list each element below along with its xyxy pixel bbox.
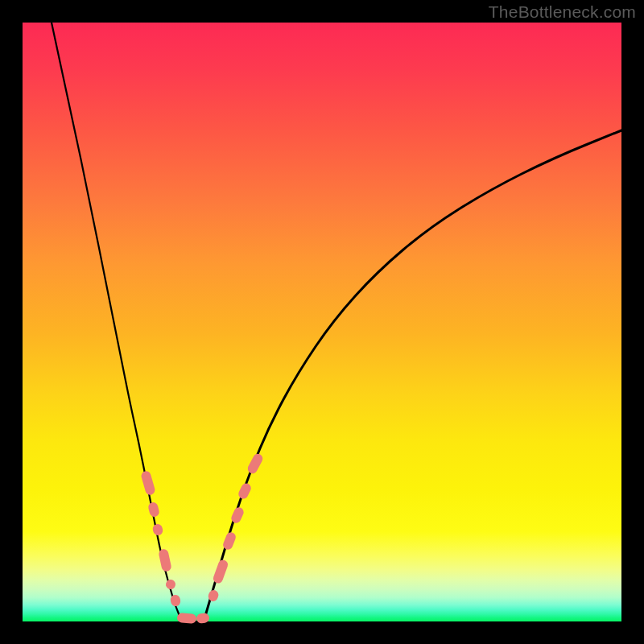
- curve-marker: [177, 613, 197, 624]
- chart-frame: TheBottleneck.com: [0, 0, 644, 644]
- curve-marker: [212, 559, 229, 584]
- curve-marker: [237, 481, 253, 500]
- watermark-text: TheBottleneck.com: [489, 2, 636, 22]
- curve-marker: [140, 470, 156, 496]
- curves-layer: [23, 23, 621, 621]
- curve-markers: [140, 452, 264, 624]
- right-curve: [204, 130, 621, 621]
- curve-marker: [152, 523, 164, 536]
- plot-area: [23, 23, 621, 621]
- curve-marker: [147, 502, 160, 518]
- curve-marker: [165, 579, 176, 590]
- curve-marker: [246, 452, 265, 476]
- curve-marker: [158, 548, 172, 572]
- curve-marker: [170, 594, 181, 607]
